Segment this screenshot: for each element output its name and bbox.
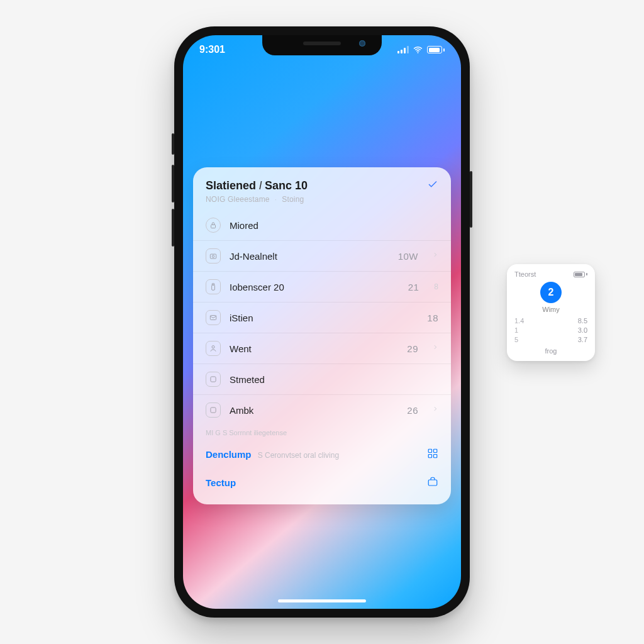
svg-point-3 [212, 255, 214, 258]
row-label: Iobenscer 20 [230, 282, 399, 292]
wifi-icon [413, 45, 423, 55]
svg-rect-14 [428, 480, 437, 486]
list-row[interactable]: Iobenscer 20218 [193, 271, 451, 302]
chevron-right-icon [432, 343, 438, 354]
svg-rect-9 [211, 408, 216, 413]
svg-rect-2 [210, 254, 216, 258]
list-row[interactable]: Miored [193, 210, 451, 240]
card-subtitle: NOIG Gleeestame · Stoing [193, 195, 451, 210]
svg-point-0 [418, 52, 419, 53]
card-title-left: Slatiened [206, 179, 256, 192]
square-icon [206, 372, 221, 387]
action-tectup-label: Tectup [206, 477, 236, 488]
widget-caption: Wimy [514, 306, 587, 313]
row-extra: 8 [434, 282, 438, 291]
section-footnote: MI G S Sorrnnt iliegetense [193, 425, 451, 440]
briefcase-icon [427, 476, 438, 489]
row-value: 18 [427, 313, 438, 323]
list-row[interactable]: Jd-Nealnelt10W [193, 240, 451, 271]
svg-rect-1 [211, 225, 216, 228]
list-row[interactable]: Went29 [193, 333, 451, 364]
widget-grid-cell: 3.0 [554, 326, 587, 334]
power-button[interactable] [470, 171, 472, 228]
row-value: 10W [398, 251, 418, 262]
envelope-icon [206, 310, 221, 325]
lock-icon [206, 218, 221, 233]
widget-grid-cell: 1.4 [514, 317, 548, 325]
widget-grid-cell: 1 [514, 326, 548, 334]
row-label: Miored [230, 220, 438, 231]
volume-down-button[interactable] [172, 209, 174, 247]
mute-switch[interactable] [172, 133, 174, 155]
svg-rect-5 [212, 285, 215, 290]
row-value: 26 [407, 405, 418, 416]
battery-icon [427, 46, 445, 53]
action-denclump[interactable]: Denclump S Ceronvtset oral cliving [193, 440, 451, 469]
bottle-icon [206, 279, 221, 294]
list-row[interactable]: iStien18 [193, 302, 451, 333]
row-label: Went [230, 343, 398, 354]
row-label: iStien [230, 313, 418, 323]
widget-bottom: frog [514, 347, 587, 355]
chevron-right-icon [432, 250, 438, 262]
card-title-sep: l [259, 179, 262, 192]
settings-list: MioredJd-Nealnelt10WIobenscer 20218iStie… [193, 210, 451, 425]
camera-icon [206, 248, 221, 264]
speaker-grille [303, 42, 341, 45]
widget-grid: 1.48.513.053.7 [514, 317, 587, 343]
widget-grid-cell: 8.5 [554, 317, 587, 325]
row-label: Ambk [230, 405, 398, 416]
main-card: Slatiened l Sanc 10 NOIG Gleeestame · St… [193, 167, 451, 504]
widget-grid-cell: 5 [514, 336, 548, 343]
card-subtitle-a: NOIG Gleeestame [206, 195, 270, 204]
volume-up-button[interactable] [172, 165, 174, 203]
card-action-icon[interactable] [427, 179, 438, 192]
widget-badge: 2 [540, 282, 562, 303]
row-value: 21 [408, 282, 419, 292]
subtitle-divider-icon: · [275, 195, 277, 204]
person-icon [206, 341, 221, 356]
card-subtitle-b: Stoing [282, 195, 304, 204]
notch [262, 35, 382, 55]
action-denclump-sub: S Ceronvtset oral cliving [258, 451, 339, 460]
list-row[interactable]: Stmeted [193, 364, 451, 394]
card-title: Slatiened l Sanc 10 [206, 179, 308, 192]
cellular-signal-icon [397, 46, 409, 53]
phone-frame: 9:301 Slatiened l Sanc 10 [174, 26, 470, 618]
row-value: 29 [407, 343, 418, 354]
home-indicator[interactable] [278, 599, 366, 602]
chevron-right-icon [432, 404, 438, 416]
phone-screen: 9:301 Slatiened l Sanc 10 [183, 35, 461, 609]
square-icon [206, 402, 221, 418]
row-label: Stmeted [230, 374, 438, 385]
status-time: 9:301 [199, 44, 225, 55]
action-denclump-label: Denclump [206, 449, 252, 460]
svg-point-7 [212, 346, 214, 348]
widget-title: Tteorst [514, 270, 536, 278]
svg-rect-8 [211, 377, 216, 382]
action-tectup[interactable]: Tectup [193, 469, 451, 497]
svg-rect-6 [210, 316, 216, 320]
svg-rect-12 [428, 455, 431, 458]
svg-rect-13 [434, 455, 437, 458]
svg-rect-10 [428, 449, 431, 452]
widget-battery-icon [574, 272, 587, 277]
svg-rect-11 [434, 449, 437, 452]
card-title-right: Sanc 10 [265, 179, 308, 192]
widget-grid-cell: 3.7 [554, 336, 587, 343]
grid-icon [427, 448, 438, 461]
side-widget[interactable]: Tteorst 2 Wimy 1.48.513.053.7 frog [507, 264, 595, 361]
row-label: Jd-Nealnelt [230, 251, 389, 262]
list-row[interactable]: Ambk26 [193, 394, 451, 425]
front-camera [359, 40, 365, 47]
